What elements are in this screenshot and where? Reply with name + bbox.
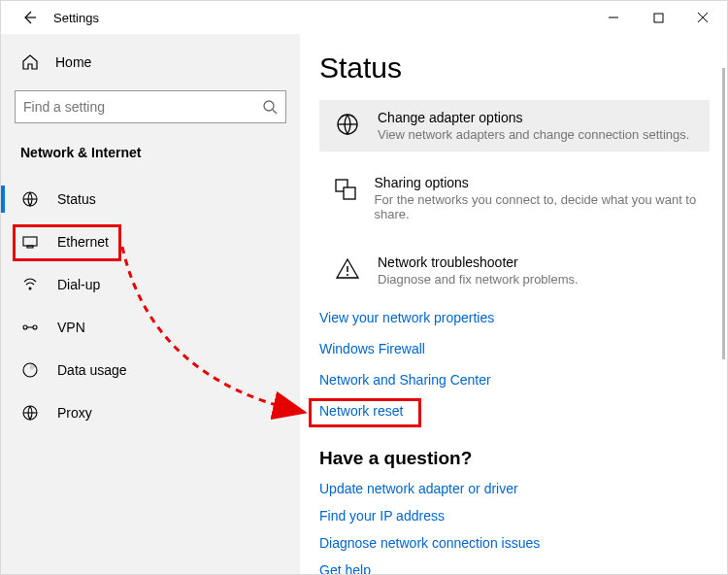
sidebar-nav: Status Ethernet Dial-up VPN [1,178,300,434]
svg-rect-10 [27,246,33,248]
minimize-icon [608,12,619,23]
minimize-button[interactable] [591,3,636,32]
scrollbar-thumb[interactable] [722,68,725,359]
close-button[interactable] [680,3,725,32]
svg-point-12 [23,325,27,329]
back-button[interactable] [15,3,44,32]
warning-icon [331,254,364,287]
close-icon [697,12,709,23]
sidebar-item-vpn[interactable]: VPN [1,306,300,349]
arrow-left-icon [21,10,37,25]
link-view-properties[interactable]: View your network properties [319,310,710,325]
svg-line-6 [273,110,277,114]
qlink-update-adapter[interactable]: Update network adapter or driver [319,481,710,496]
sidebar-item-ethernet[interactable]: Ethernet [1,220,300,263]
svg-point-13 [33,325,37,329]
option-sharing[interactable]: Sharing options For the networks you con… [319,165,710,231]
svg-point-5 [264,101,274,111]
window-title: Settings [53,11,99,25]
sidebar-item-label: Status [57,191,96,207]
sidebar-home[interactable]: Home [15,44,286,81]
qlink-get-help[interactable]: Get help [319,562,710,574]
sidebar-home-label: Home [55,54,91,70]
vpn-icon [20,319,40,336]
maximize-button[interactable] [636,3,680,32]
question-heading: Have a question? [319,448,710,469]
option-title: Sharing options [375,175,698,190]
option-desc: Diagnose and fix network problems. [378,272,579,287]
window-controls [591,3,725,32]
sharing-icon [331,175,361,221]
svg-rect-2 [654,14,663,22]
search-box[interactable] [15,90,286,123]
content-pane: Status Change adapter options View netwo… [300,34,727,574]
page-heading: Status [319,51,710,85]
sidebar-item-label: Data usage [57,362,127,378]
adapter-icon [331,110,364,142]
sidebar-item-datausage[interactable]: Data usage [1,349,300,391]
sidebar-item-label: Proxy [57,405,92,421]
sidebar-section-label: Network & Internet [15,145,286,160]
sidebar-item-status[interactable]: Status [1,178,300,220]
svg-point-11 [29,288,32,290]
maximize-icon [653,13,664,23]
status-icon [20,190,40,208]
ethernet-icon [20,233,40,251]
link-windows-firewall[interactable]: Windows Firewall [319,341,710,356]
sidebar-item-dialup[interactable]: Dial-up [1,263,300,306]
proxy-icon [20,404,40,422]
option-desc: View network adapters and change connect… [378,127,689,142]
search-input[interactable] [23,99,262,115]
option-change-adapter[interactable]: Change adapter options View network adap… [319,100,710,152]
titlebar: Settings [1,1,727,34]
option-troubleshooter[interactable]: Network troubleshooter Diagnose and fix … [319,245,710,296]
link-network-reset[interactable]: Network reset [319,403,710,419]
option-title: Network troubleshooter [378,254,579,270]
sidebar-item-label: Ethernet [57,234,109,250]
home-icon [20,53,40,71]
sidebar-item-label: Dial-up [57,277,100,292]
data-usage-icon [20,361,40,379]
option-title: Change adapter options [378,110,689,125]
svg-point-23 [347,274,348,276]
dialup-icon [20,276,40,293]
sidebar-item-label: VPN [57,320,85,335]
link-network-sharing-center[interactable]: Network and Sharing Center [319,372,710,388]
qlink-diagnose[interactable]: Diagnose network connection issues [319,535,710,551]
qlink-find-ip[interactable]: Find your IP address [319,508,710,524]
sidebar-item-proxy[interactable]: Proxy [1,391,300,434]
sidebar: Home Network & Internet Status [1,34,300,574]
search-icon [262,99,278,115]
option-desc: For the networks you connect to, decide … [375,192,698,221]
svg-rect-21 [344,187,355,199]
svg-rect-9 [23,237,37,246]
